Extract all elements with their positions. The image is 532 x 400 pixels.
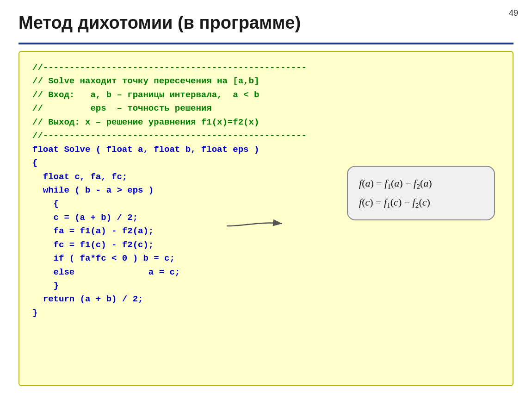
code-line-10: else a = c; [32,266,500,279]
code-comment-6: //--------------------------------------… [32,129,500,143]
slide-title: Метод дихотомии (в программе) [19,13,301,33]
code-comment-3: // Вход: a, b – границы интервала, a < b [32,88,500,102]
code-line-11: } [32,279,500,293]
code-line-9: if ( fa*fc < 0 ) b = c; [32,252,500,265]
code-line-13: } [32,306,500,320]
code-comment-2: // Solve находит точку пересечения на [a… [32,75,500,88]
arrow-indicator [227,217,287,235]
formula-2: f(c) = f1(c) − f2(c) [359,193,483,212]
code-line-8: fc = f1(c) - f2(c); [32,238,500,252]
formula-1: f(a) = f1(a) − f2(a) [359,174,483,193]
code-line-12: return (a + b) / 2; [32,293,500,306]
formula-box: f(a) = f1(a) − f2(a) f(c) = f1(c) − f2(c… [347,166,495,220]
code-comment-4: // eps – точность решения [32,102,500,115]
code-comment-5: // Выход: x – решение уравнения f1(x)=f2… [32,116,500,129]
code-comment-1: //--------------------------------------… [32,61,500,75]
title-underline [19,43,513,44]
page-number: 49 [509,8,518,18]
code-line-1: float Solve ( float a, float b, float ep… [32,143,500,156]
